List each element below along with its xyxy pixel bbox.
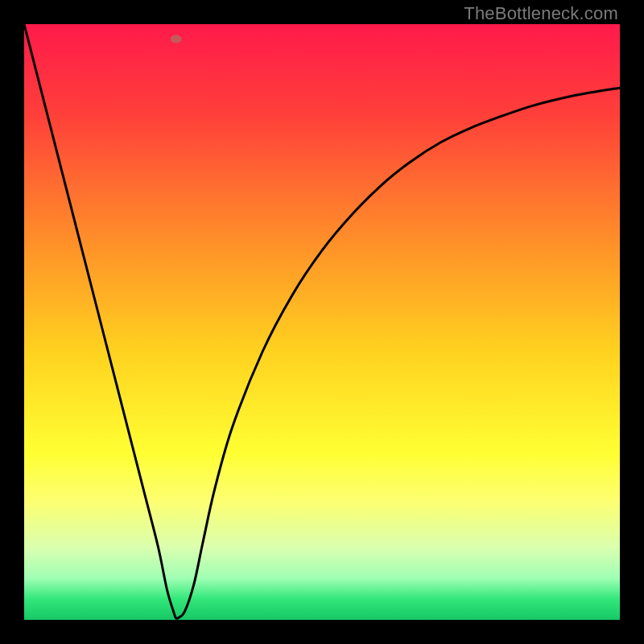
optimal-point-marker	[171, 35, 182, 43]
bottleneck-chart	[24, 24, 620, 620]
watermark-text: TheBottleneck.com	[464, 3, 618, 24]
chart-frame	[24, 24, 620, 620]
chart-background	[24, 24, 620, 620]
